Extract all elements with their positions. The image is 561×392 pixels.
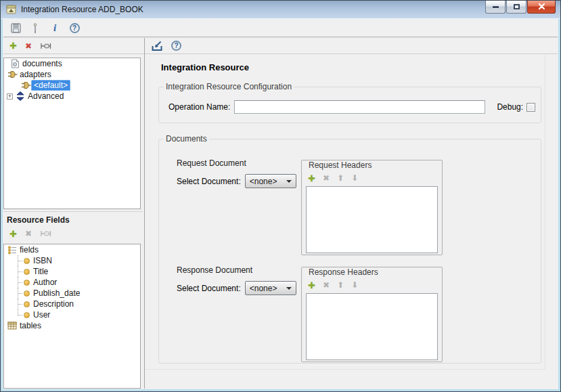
- tree-item-adapters[interactable]: adapters: [4, 69, 140, 80]
- export-icon: [151, 41, 163, 51]
- tree-item-field[interactable]: User: [4, 309, 140, 320]
- tree-item-field[interactable]: ISBN: [4, 255, 140, 266]
- maximize-icon: [514, 4, 520, 9]
- export-button[interactable]: [151, 41, 163, 51]
- tree-label: fields: [18, 245, 41, 255]
- response-document-select[interactable]: <none>: [245, 281, 296, 295]
- field-bullet-icon: [22, 299, 31, 309]
- tree-item-fields[interactable]: fields: [4, 244, 140, 255]
- tree-label: tables: [18, 321, 43, 330]
- configuration-legend: Integration Resource Configuration: [164, 82, 294, 91]
- window-title: Integration Resource ADD_BOOK: [21, 1, 143, 18]
- response-select-label: Select Document:: [177, 284, 241, 293]
- resource-fields-tree[interactable]: fields ISBN Title Author Publish_date: [3, 244, 141, 389]
- field-bullet-icon: [22, 255, 31, 266]
- request-document-title: Request Document: [177, 158, 305, 168]
- rename-button[interactable]: [40, 41, 51, 51]
- add-button[interactable]: ✚: [9, 41, 17, 51]
- response-headers-group: Response Headers ✚ ✖ ⬆ ⬇: [301, 267, 443, 362]
- app-body: ✚ ✖: [3, 38, 558, 389]
- tree-item-field[interactable]: Author: [4, 277, 140, 288]
- delete-header-button[interactable]: ✖: [323, 173, 330, 183]
- operation-name-row: Operation Name: Debug:: [169, 100, 541, 114]
- delete-field-button[interactable]: ✖: [25, 228, 32, 239]
- tree-label: adapters: [18, 70, 53, 79]
- titlebar[interactable]: Integration Resource ADD_BOOK: [1, 1, 560, 19]
- window-controls: [485, 1, 556, 14]
- minimize-icon: [493, 6, 499, 8]
- tree-label: Author: [31, 278, 59, 287]
- page-title: Integration Resource: [161, 62, 249, 72]
- tree-label: ISBN: [31, 256, 54, 265]
- delete-header-button[interactable]: ✖: [323, 280, 330, 290]
- request-select-row: Select Document: <none>: [177, 174, 305, 188]
- chevron-down-icon: [286, 287, 292, 290]
- operation-name-label: Operation Name:: [169, 102, 230, 112]
- move-up-button[interactable]: ⬆: [337, 280, 344, 290]
- tree-item-field[interactable]: Description: [4, 299, 140, 309]
- tree-label: documents: [20, 59, 64, 68]
- response-headers-list[interactable]: [306, 293, 438, 360]
- rename-field-button[interactable]: [40, 228, 51, 239]
- document-icon: [9, 58, 20, 69]
- add-header-button[interactable]: ✚: [308, 280, 315, 290]
- response-headers-legend: Response Headers: [307, 267, 442, 277]
- plug-icon: [7, 69, 18, 80]
- rename-icon: [40, 43, 51, 49]
- app-icon: [6, 5, 17, 15]
- tree-item-advanced[interactable]: + Advanced: [4, 91, 140, 102]
- response-headers-toolbar: ✚ ✖ ⬆ ⬇: [308, 279, 442, 291]
- pin-icon: [32, 23, 38, 34]
- close-icon: [538, 3, 545, 10]
- field-bullet-icon: [22, 288, 31, 299]
- tree-label: User: [31, 310, 52, 320]
- info-button[interactable]: i: [49, 22, 61, 35]
- main-content: Integration Resource Integration Resourc…: [145, 55, 558, 389]
- help-button[interactable]: ?: [68, 22, 81, 35]
- field-bullet-icon: [22, 266, 31, 277]
- tree-label: Publish_date: [31, 288, 82, 298]
- move-down-button[interactable]: ⬇: [351, 173, 358, 183]
- documents-legend: Documents: [164, 134, 209, 144]
- response-document-section: Response Document Select Document: <none…: [177, 265, 305, 295]
- request-headers-list[interactable]: [306, 186, 438, 253]
- tree-item-tables[interactable]: tables: [4, 320, 140, 331]
- maximize-button[interactable]: [506, 1, 526, 14]
- request-document-select[interactable]: <none>: [245, 174, 296, 188]
- advanced-icon: [15, 91, 26, 102]
- debug-checkbox[interactable]: [526, 103, 535, 112]
- tree-label: Description: [31, 299, 76, 309]
- main-panel: ? Integration Resource Integration Resou…: [144, 38, 558, 389]
- plug-icon: [20, 80, 31, 91]
- add-field-button[interactable]: ✚: [9, 228, 17, 239]
- tree-label: Advanced: [26, 91, 66, 101]
- tree-item-field[interactable]: Publish_date: [4, 288, 140, 299]
- field-bullet-icon: [22, 277, 31, 288]
- adapters-tree[interactable]: documents adapters: [3, 58, 141, 209]
- chevron-down-icon: [286, 180, 292, 183]
- minimize-button[interactable]: [485, 1, 506, 14]
- request-select-label: Select Document:: [177, 177, 241, 186]
- response-document-select-value: <none>: [246, 284, 277, 293]
- delete-button[interactable]: ✖: [25, 41, 32, 51]
- resource-fields-header: Resource Fields: [3, 211, 143, 225]
- adapters-toolbar: ✚ ✖: [3, 38, 144, 54]
- tree-item-default[interactable]: <default>: [4, 80, 140, 91]
- documents-group: Documents Request Document Select Docume…: [158, 134, 541, 364]
- expand-icon[interactable]: +: [7, 93, 13, 100]
- app-toolbar: i ?: [3, 20, 558, 37]
- tree-item-field[interactable]: Title: [4, 266, 140, 277]
- move-up-button[interactable]: ⬆: [337, 173, 344, 183]
- field-bullet-icon: [22, 309, 31, 320]
- save-icon: [11, 23, 21, 33]
- debug-label: Debug:: [497, 102, 523, 112]
- move-down-button[interactable]: ⬇: [351, 280, 358, 290]
- pin-button[interactable]: [29, 22, 41, 35]
- save-button[interactable]: [9, 22, 22, 35]
- operation-name-input[interactable]: [234, 100, 485, 114]
- tree-item-documents[interactable]: documents: [4, 58, 140, 69]
- close-button[interactable]: [527, 1, 556, 14]
- help-button-main[interactable]: ?: [171, 41, 181, 51]
- add-header-button[interactable]: ✚: [308, 173, 315, 183]
- response-document-title: Response Document: [177, 265, 305, 275]
